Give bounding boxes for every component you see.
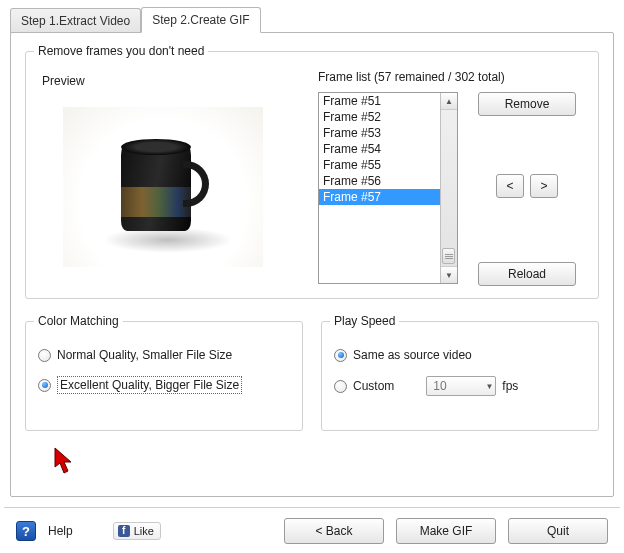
like-button[interactable]: f Like (113, 522, 161, 540)
radio-normal-quality-label: Normal Quality, Smaller File Size (57, 348, 232, 362)
list-item[interactable]: Frame #56 (319, 173, 440, 189)
frames-group-title: Remove frames you don't need (34, 44, 208, 58)
color-matching-title: Color Matching (34, 314, 123, 328)
radio-same-speed-label: Same as source video (353, 348, 472, 362)
tab-create-gif[interactable]: Step 2.Create GIF (141, 7, 260, 33)
list-item[interactable]: Frame #57 (319, 189, 440, 205)
prev-frame-button[interactable]: < (496, 174, 524, 198)
preview-label: Preview (42, 74, 300, 88)
list-item[interactable]: Frame #52 (319, 109, 440, 125)
frames-group: Remove frames you don't need Preview (25, 51, 599, 299)
preview-image (38, 92, 288, 282)
list-item[interactable]: Frame #55 (319, 157, 440, 173)
facebook-icon: f (118, 525, 130, 537)
list-item[interactable]: Frame #51 (319, 93, 440, 109)
fps-value: 10 (433, 379, 446, 393)
list-item[interactable]: Frame #54 (319, 141, 440, 157)
scrollbar[interactable]: ▲ ▼ (440, 93, 457, 283)
cursor-icon (54, 447, 76, 475)
radio-excellent-quality[interactable] (38, 379, 51, 392)
reload-button[interactable]: Reload (478, 262, 576, 286)
help-icon[interactable]: ? (16, 521, 36, 541)
scroll-down-icon[interactable]: ▼ (441, 266, 457, 283)
framelist-label: Frame list (57 remained / 302 total) (318, 70, 586, 84)
next-frame-button[interactable]: > (530, 174, 558, 198)
chevron-down-icon: ▼ (485, 382, 493, 391)
framelist[interactable]: Frame #51 Frame #52 Frame #53 Frame #54 … (318, 92, 458, 284)
radio-normal-quality[interactable] (38, 349, 51, 362)
radio-excellent-quality-label: Excellent Quality, Bigger File Size (57, 376, 242, 394)
radio-custom-speed[interactable] (334, 380, 347, 393)
tab-extract-video[interactable]: Step 1.Extract Video (10, 8, 141, 33)
help-link[interactable]: Help (48, 524, 73, 538)
play-speed-group: Play Speed Same as source video Custom 1… (321, 321, 599, 431)
list-item[interactable]: Frame #53 (319, 125, 440, 141)
make-gif-button[interactable]: Make GIF (396, 518, 496, 544)
fps-combo[interactable]: 10 ▼ (426, 376, 496, 396)
scroll-thumb[interactable] (442, 248, 455, 264)
remove-button[interactable]: Remove (478, 92, 576, 116)
like-label: Like (134, 525, 154, 537)
play-speed-title: Play Speed (330, 314, 399, 328)
radio-custom-speed-label: Custom (353, 379, 394, 393)
scroll-up-icon[interactable]: ▲ (441, 93, 457, 110)
radio-same-speed[interactable] (334, 349, 347, 362)
back-button[interactable]: < Back (284, 518, 384, 544)
quit-button[interactable]: Quit (508, 518, 608, 544)
fps-label: fps (502, 379, 518, 393)
color-matching-group: Color Matching Normal Quality, Smaller F… (25, 321, 303, 431)
